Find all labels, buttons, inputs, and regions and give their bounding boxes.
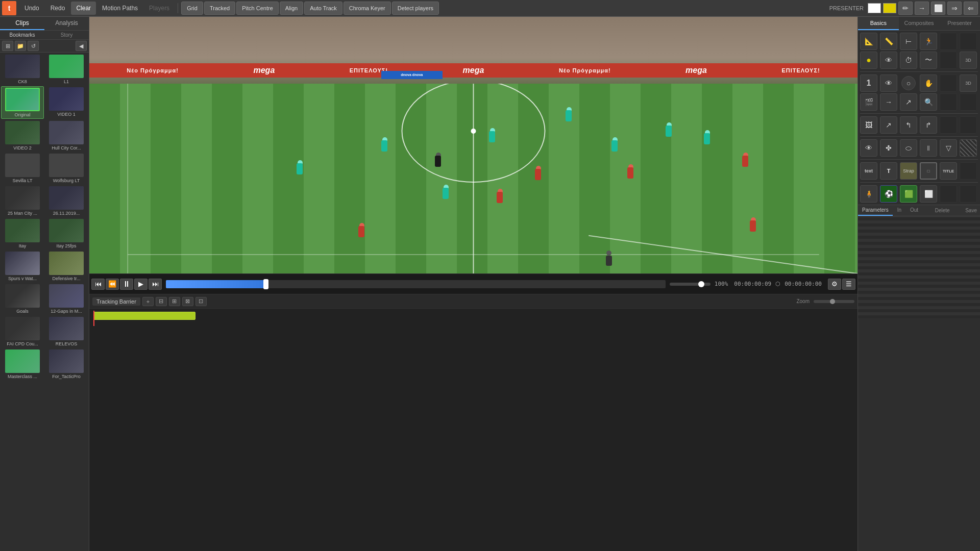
clip-item-fortacticpro[interactable]: For_TacticPro bbox=[45, 348, 88, 380]
clip-item-26nov[interactable]: 26.11.2019... bbox=[45, 185, 88, 217]
detect-players-button[interactable]: Detect players bbox=[392, 2, 439, 15]
tool-arrow-curved[interactable]: ↗ bbox=[900, 93, 917, 111]
tool-ellipse[interactable]: ○ bbox=[901, 76, 916, 90]
clip-tool-folder[interactable]: 📁 bbox=[15, 41, 26, 51]
clip-item-mancity[interactable]: 25 Man City ... bbox=[1, 185, 44, 217]
player-red-1[interactable] bbox=[358, 226, 364, 237]
right-tab-presenter[interactable]: Presenter bbox=[939, 17, 980, 30]
sub-tab-bookmarks[interactable]: Bookmarks bbox=[0, 31, 44, 39]
tool-blank9[interactable] bbox=[960, 162, 977, 180]
player-cyan-4[interactable] bbox=[489, 131, 495, 142]
clip-item-sevilla[interactable]: Sevilla LT bbox=[1, 153, 44, 184]
player-bottom[interactable] bbox=[604, 251, 614, 266]
skip-to-start-button[interactable]: ⏮ bbox=[91, 279, 105, 290]
tool-blank3[interactable] bbox=[940, 52, 957, 69]
player-red-4[interactable] bbox=[627, 167, 633, 179]
chroma-keyer-button[interactable]: Chroma Keyer bbox=[344, 2, 391, 15]
tool-stopwatch[interactable]: ⏱ bbox=[900, 52, 917, 69]
params-save-btn[interactable]: Save bbox=[962, 205, 980, 216]
player-cyan-1[interactable] bbox=[297, 163, 303, 174]
tool-right-curve[interactable]: ↱ bbox=[920, 116, 937, 134]
tool-video[interactable]: 🎬 bbox=[860, 93, 877, 111]
tool-stripes-v[interactable]: ⦀ bbox=[920, 139, 937, 157]
tool-blank1[interactable] bbox=[940, 33, 957, 50]
tool-player-icon[interactable]: 🧍 bbox=[860, 185, 877, 203]
clip-item-fai[interactable]: FAI CPD Cou... bbox=[1, 316, 44, 347]
tool-title[interactable]: TITLE bbox=[940, 162, 957, 180]
player-red-3[interactable] bbox=[535, 169, 541, 180]
pitch-centre-button[interactable]: Pitch Centre bbox=[236, 2, 279, 15]
back-tool-button[interactable]: ⇐ bbox=[964, 2, 978, 15]
tool-yellow-dot[interactable]: ● bbox=[860, 52, 877, 69]
color-swatch-white[interactable] bbox=[868, 3, 881, 13]
timeline-clip-btn[interactable]: ⊞ bbox=[169, 297, 180, 306]
clear-button[interactable]: Clear bbox=[71, 2, 96, 15]
tool-hand[interactable]: ✋ bbox=[920, 74, 937, 92]
tool-blank10[interactable] bbox=[940, 185, 957, 203]
tab-clips[interactable]: Clips bbox=[0, 17, 44, 30]
params-tab-in[interactable]: In bbox=[893, 205, 905, 216]
clip-tool-refresh[interactable]: ↺ bbox=[28, 41, 39, 51]
color-swatch-yellow[interactable] bbox=[883, 3, 896, 13]
tool-blank4[interactable] bbox=[940, 74, 957, 92]
tool-title-box[interactable]: □ bbox=[920, 162, 937, 180]
zoom-track[interactable] bbox=[814, 300, 854, 303]
tool-grid-pattern[interactable] bbox=[960, 139, 977, 157]
forward-tool-button[interactable]: ⇒ bbox=[947, 2, 962, 15]
pause-button[interactable]: ⏸ bbox=[120, 279, 133, 290]
players-button[interactable]: Players bbox=[144, 2, 175, 15]
progress-thumb[interactable] bbox=[263, 279, 268, 289]
tool-ruler[interactable]: 📏 bbox=[880, 33, 897, 50]
params-tab-parameters[interactable]: Parameters bbox=[858, 205, 893, 216]
player-cyan-3[interactable] bbox=[443, 188, 449, 199]
progress-track[interactable] bbox=[166, 280, 666, 288]
redo-button[interactable]: Redo bbox=[45, 2, 70, 15]
tool-eye2[interactable]: 👁 bbox=[880, 74, 897, 92]
player-cyan-5[interactable] bbox=[566, 110, 572, 121]
tool-arrow-fwd[interactable]: → bbox=[880, 93, 897, 111]
skip-to-end-button[interactable]: ⏭ bbox=[149, 279, 162, 290]
tool-3d-2[interactable]: 3D bbox=[960, 74, 977, 92]
clip-item-video2[interactable]: VIDEO 2 bbox=[1, 120, 44, 152]
tool-curve[interactable]: 〜 bbox=[920, 52, 937, 69]
clip-item-12gaps[interactable]: 12-Gaps in M... bbox=[45, 283, 88, 315]
tool-blank5[interactable] bbox=[940, 93, 957, 111]
motion-paths-button[interactable]: Motion Paths bbox=[97, 2, 143, 15]
player-cyan-7[interactable] bbox=[666, 126, 672, 137]
clip-tool-collapse[interactable]: ◀ bbox=[76, 41, 87, 51]
clip-item-hullcity[interactable]: Hull City Cor... bbox=[45, 120, 88, 152]
sub-tab-story[interactable]: Story bbox=[44, 31, 89, 39]
tool-strap[interactable]: Strap bbox=[900, 162, 917, 180]
tab-analysis[interactable]: Analysis bbox=[44, 17, 89, 30]
settings-button[interactable]: ⚙ bbox=[828, 279, 841, 290]
speed-slider[interactable] bbox=[670, 283, 710, 286]
tool-text-T[interactable]: T bbox=[880, 162, 897, 180]
tool-blank8[interactable] bbox=[960, 116, 977, 134]
tool-left-curve[interactable]: ↰ bbox=[900, 116, 917, 134]
clip-item-relevos[interactable]: RELEVOS bbox=[45, 316, 88, 347]
tool-3d[interactable]: 3D bbox=[960, 52, 977, 69]
video-area[interactable]: Νέο Πρόγραμμα! mega ΕΠΙΤΕΛΟΥΣ! mega Νέο … bbox=[89, 17, 857, 273]
clip-item-ck8[interactable]: CK8 bbox=[1, 54, 44, 85]
player-referee[interactable] bbox=[435, 156, 441, 167]
player-red-5[interactable] bbox=[742, 156, 748, 167]
clip-item-wolfsburg[interactable]: Wolfsburg LT bbox=[45, 153, 88, 184]
tool-diagonal-arrow[interactable]: ↗ bbox=[880, 116, 897, 134]
auto-track-button[interactable]: Auto Track bbox=[304, 2, 342, 15]
tool-blank11[interactable] bbox=[960, 185, 977, 203]
menu-button[interactable]: ☰ bbox=[842, 279, 855, 290]
tool-photo[interactable]: 🖼 bbox=[860, 116, 877, 134]
clip-item-video1[interactable]: VIDEO 1 bbox=[45, 86, 88, 119]
tool-player-track[interactable]: 👁 bbox=[880, 52, 897, 69]
player-red-2[interactable] bbox=[497, 192, 503, 203]
clip-item-l1[interactable]: L1 bbox=[45, 54, 88, 85]
player-red-6[interactable] bbox=[750, 220, 756, 232]
rewind-button[interactable]: ⏪ bbox=[106, 279, 119, 290]
tool-speed[interactable]: 🏃 bbox=[920, 33, 937, 50]
clip-item-defensive[interactable]: Defensive tr... bbox=[45, 251, 88, 282]
player-cyan-6[interactable] bbox=[611, 140, 618, 152]
tool-cross-arrow[interactable]: ✤ bbox=[880, 139, 897, 157]
tool-goal[interactable]: ⬜ bbox=[920, 185, 937, 203]
track-clip-main[interactable] bbox=[93, 312, 195, 320]
tool-blank6[interactable] bbox=[960, 93, 977, 111]
